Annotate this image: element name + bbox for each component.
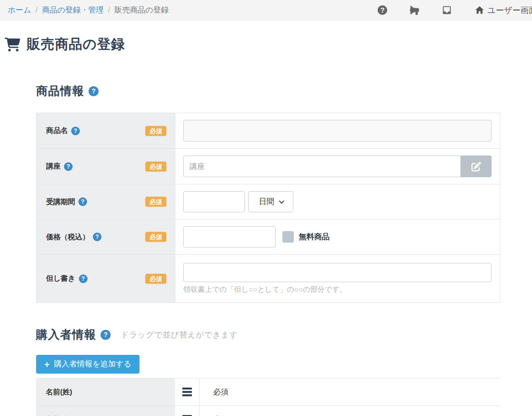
breadcrumb-current: 販売商品の登録 — [114, 5, 168, 15]
duration-value-cell: 日間 — [176, 184, 500, 219]
proviso-help-text: 領収書上での「但し○○として」の○○の部分です。 — [183, 285, 347, 294]
proviso-label-cell: 但し書き ? 必須 — [37, 255, 176, 302]
buyer-info-table: 名前(姓) 必須 名前(名) 必須 — [36, 378, 500, 416]
required-badge: 必須 — [145, 197, 166, 207]
edit-icon — [471, 162, 481, 171]
course-edit-button[interactable] — [461, 156, 492, 177]
price-row: 価格（税込） ? 必須 無料商品 — [37, 220, 500, 255]
duration-unit-value: 日間 — [259, 197, 274, 207]
table-row: 名前(姓) 必須 — [36, 378, 500, 406]
help-icon[interactable]: ? — [71, 127, 80, 135]
price-input[interactable] — [183, 226, 276, 247]
drag-handle[interactable] — [175, 406, 200, 416]
breadcrumb-parent-link[interactable]: 商品の登録・管理 — [42, 5, 103, 15]
course-input-group — [183, 156, 492, 177]
help-circle-icon[interactable]: ? — [378, 5, 387, 15]
product-name-input[interactable] — [183, 120, 492, 142]
price-value-cell: 無料商品 — [176, 220, 500, 254]
buyer-field-label: 名前(姓) — [36, 378, 175, 405]
cart-icon — [5, 38, 20, 52]
duration-row: 受講期間 ? 必須 日間 — [37, 184, 500, 220]
product-info-heading: 商品情報 ? — [36, 83, 500, 99]
drag-handle[interactable] — [175, 378, 200, 405]
help-icon[interactable]: ? — [89, 86, 99, 96]
price-label: 価格（税込） — [46, 233, 89, 242]
buyer-info-note: ドラッグで並び替えができます — [121, 329, 238, 340]
free-product-checkbox[interactable] — [282, 231, 294, 243]
help-icon[interactable]: ? — [101, 330, 111, 340]
main-content: 商品情報 ? 商品名 ? 必須 講座 ? 必須 — [36, 83, 500, 416]
breadcrumb: ホーム / 商品の登録・管理 / 販売商品の登録 — [8, 5, 168, 15]
proviso-row: 但し書き ? 必須 領収書上での「但し○○として」の○○の部分です。 — [37, 255, 500, 303]
proviso-input[interactable] — [183, 263, 492, 282]
course-value-cell — [176, 149, 500, 184]
product-name-label: 商品名 — [46, 126, 68, 135]
buyer-field-label: 名前(名) — [36, 406, 175, 416]
add-buyer-info-button-label: 購入者情報を追加する — [54, 359, 131, 369]
user-screen-link[interactable]: ユーザー画面 — [474, 5, 532, 16]
required-badge: 必須 — [145, 232, 166, 242]
breadcrumb-home-link[interactable]: ホーム — [8, 5, 31, 15]
product-info-heading-label: 商品情報 — [36, 83, 84, 99]
megaphone-icon[interactable] — [409, 6, 419, 15]
duration-label-cell: 受講期間 ? 必須 — [37, 184, 176, 219]
course-label-cell: 講座 ? 必須 — [37, 149, 176, 184]
product-name-label-cell: 商品名 ? 必須 — [37, 113, 176, 148]
product-info-table: 商品名 ? 必須 講座 ? 必須 — [36, 113, 500, 303]
price-label-cell: 価格（税込） ? 必須 — [37, 220, 176, 254]
course-input[interactable] — [183, 156, 461, 177]
buyer-field-value: 必須 — [200, 406, 500, 416]
duration-unit-select[interactable]: 日間 — [248, 191, 293, 212]
help-icon[interactable]: ? — [93, 233, 101, 241]
buyer-field-value: 必須 — [200, 378, 500, 405]
proviso-value-cell: 領収書上での「但し○○として」の○○の部分です。 — [176, 255, 500, 302]
required-badge: 必須 — [145, 273, 166, 284]
duration-label: 受講期間 — [46, 197, 75, 207]
inbox-icon[interactable] — [442, 5, 452, 15]
topbar-actions: ? ユーザー画面 — [378, 5, 532, 16]
course-label: 講座 — [46, 162, 61, 171]
breadcrumb-separator: / — [36, 6, 38, 14]
page-title: 販売商品の登録 — [27, 35, 125, 53]
help-icon[interactable]: ? — [79, 274, 88, 283]
help-icon[interactable]: ? — [64, 162, 73, 171]
chevron-down-icon — [279, 198, 284, 204]
product-name-row: 商品名 ? 必須 — [37, 113, 500, 149]
free-product-label: 無料商品 — [299, 232, 329, 242]
breadcrumb-separator: / — [108, 6, 110, 14]
page-header: 販売商品の登録 — [5, 35, 532, 53]
buyer-info-heading-label: 購入者情報 — [36, 327, 96, 342]
duration-input[interactable] — [183, 191, 245, 212]
product-name-value-cell — [176, 113, 500, 148]
proviso-label: 但し書き — [46, 274, 76, 283]
required-badge: 必須 — [145, 126, 166, 136]
help-icon[interactable]: ? — [78, 197, 87, 206]
table-row: 名前(名) 必須 — [36, 406, 500, 416]
drag-handle-icon — [182, 388, 192, 396]
user-screen-label: ユーザー画面 — [487, 5, 532, 16]
required-badge: 必須 — [145, 161, 166, 171]
add-buyer-info-button[interactable]: + 購入者情報を追加する — [36, 355, 139, 374]
course-row: 講座 ? 必須 — [37, 149, 500, 184]
home-icon — [474, 5, 485, 15]
topbar: ホーム / 商品の登録・管理 / 販売商品の登録 ? ユーザー画面 — [0, 0, 532, 21]
buyer-info-heading: 購入者情報 ? ドラッグで並び替えができます — [36, 327, 500, 342]
plus-icon: + — [44, 360, 50, 369]
question-glyph: ? — [378, 5, 387, 15]
